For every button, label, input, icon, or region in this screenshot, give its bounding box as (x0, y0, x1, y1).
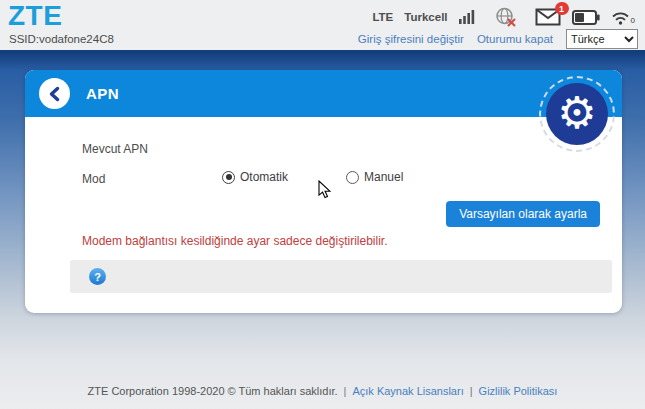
footer: ZTE Corporation 1998-2020 © Tüm hakları … (0, 385, 645, 397)
radio-otomatik[interactable]: Otomatik (222, 170, 288, 184)
change-password-link[interactable]: Giriş şifresini değiştir (358, 33, 464, 45)
account-links-row: Giriş şifresini değiştir Oturumu kapat T… (358, 29, 638, 49)
gear-icon: ⚙ (557, 91, 596, 135)
warning-text: Modem bağlantısı kesildiğinde ayar sadec… (82, 234, 388, 248)
wifi-icon: 0 (611, 10, 635, 25)
zte-logo: ZTE (8, 0, 62, 32)
message-icon[interactable]: 1 (535, 8, 561, 26)
back-button[interactable] (39, 78, 70, 109)
top-header: ZTE SSID:vodafone24C8 LTE Turkcell (0, 0, 645, 53)
apn-panel: APN ⚙ Mevcut APN Mod Otomatik Manuel Var… (25, 70, 622, 313)
language-select[interactable]: Türkçe (566, 29, 638, 49)
mouse-cursor (318, 180, 331, 203)
battery-icon (572, 10, 600, 25)
open-source-licenses-link[interactable]: Açık Kaynak Lisansları (352, 385, 463, 397)
mode-radio-group: Otomatik Manuel (222, 170, 403, 184)
globe-offline-icon (495, 7, 517, 27)
radio-manuel[interactable]: Manuel (346, 170, 403, 184)
radio-selected-icon[interactable] (222, 171, 235, 184)
radio-unselected-icon[interactable] (346, 171, 359, 184)
page-background: APN ⚙ Mevcut APN Mod Otomatik Manuel Var… (0, 53, 645, 409)
message-count-badge: 1 (555, 2, 569, 15)
logout-link[interactable]: Oturumu kapat (477, 33, 553, 45)
footer-separator: | (344, 385, 347, 397)
apn-panel-header: APN (25, 70, 622, 117)
settings-gear-button[interactable]: ⚙ (546, 83, 608, 145)
ssid-label: SSID:vodafone24C8 (9, 33, 114, 45)
footer-separator: | (470, 385, 473, 397)
mode-label: Mod (82, 172, 105, 186)
page-title: APN (86, 70, 119, 117)
help-icon[interactable]: ? (89, 268, 106, 285)
set-default-button[interactable]: Varsayılan olarak ayarla (446, 201, 600, 227)
network-type-label: LTE (372, 11, 393, 23)
current-apn-label: Mevcut APN (82, 142, 148, 156)
radio-manuel-label[interactable]: Manuel (364, 170, 403, 184)
status-bar: LTE Turkcell 1 (372, 7, 635, 27)
radio-otomatik-label[interactable]: Otomatik (240, 170, 288, 184)
copyright-text: ZTE Corporation 1998-2020 © Tüm hakları … (88, 385, 338, 397)
carrier-label: Turkcell (404, 11, 447, 23)
signal-bars-icon (459, 10, 475, 24)
wifi-client-count: 0 (631, 16, 635, 25)
privacy-policy-link[interactable]: Gizlilik Politikası (479, 385, 558, 397)
chevron-left-icon (48, 86, 62, 102)
help-bar: ? (70, 260, 612, 293)
